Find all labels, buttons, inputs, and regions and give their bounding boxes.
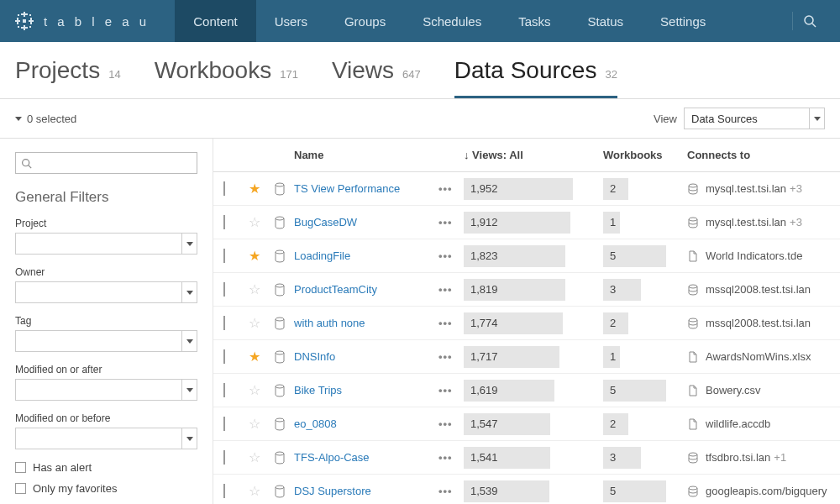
- filter-check-has-an-alert[interactable]: Has an alert: [15, 461, 197, 474]
- datasource-link[interactable]: TS View Performance: [294, 182, 400, 195]
- filters-heading: General Filters: [15, 189, 197, 206]
- topnav-status[interactable]: Status: [570, 0, 643, 42]
- logo[interactable]: t a b l e a u: [13, 10, 150, 32]
- row-checkbox[interactable]: [223, 181, 225, 196]
- col-connects[interactable]: Connects to: [687, 149, 830, 161]
- filter-modified-on-or-before[interactable]: [15, 428, 197, 449]
- datasource-link[interactable]: Bike Trips: [294, 384, 342, 396]
- favorite-star[interactable]: ★: [249, 349, 260, 364]
- col-workbooks[interactable]: Workbooks: [603, 149, 687, 161]
- favorite-star[interactable]: ★: [249, 249, 260, 263]
- file-icon: [687, 250, 699, 262]
- favorite-star[interactable]: ☆: [249, 417, 260, 431]
- tab-views[interactable]: Views647: [332, 57, 421, 98]
- database-icon: [687, 284, 699, 296]
- top-nav: t a b l e a u ContentUsersGroupsSchedule…: [0, 0, 840, 42]
- tab-projects[interactable]: Projects14: [15, 57, 121, 98]
- datasource-link[interactable]: ProductTeamCity: [294, 283, 377, 296]
- filter-modified-on-or-after[interactable]: [15, 379, 197, 401]
- datasource-type-icon: [274, 317, 294, 330]
- row-actions-menu[interactable]: •••: [438, 216, 453, 228]
- toolbar: 0 selected View Data Sources: [0, 99, 840, 139]
- favorite-star[interactable]: ☆: [249, 450, 260, 465]
- connection-text: wildlife.accdb: [706, 417, 770, 430]
- row-checkbox[interactable]: [223, 316, 225, 330]
- table-row: ★DNSInfo•••1,7171AwardsNomWins.xlsx: [213, 340, 840, 374]
- connection-text: mysql.test.tsi.lan: [706, 182, 786, 195]
- row-actions-menu[interactable]: •••: [438, 417, 453, 430]
- datasource-link[interactable]: BugCaseDW: [294, 216, 357, 228]
- favorite-star[interactable]: ☆: [249, 383, 260, 397]
- row-checkbox[interactable]: [223, 450, 225, 465]
- row-checkbox[interactable]: [223, 349, 225, 364]
- sidebar-search-input[interactable]: [15, 152, 197, 174]
- favorite-star[interactable]: ★: [249, 181, 260, 196]
- tab-workbooks[interactable]: Workbooks171: [155, 57, 298, 98]
- global-search-button[interactable]: [792, 12, 827, 30]
- svg-point-23: [689, 285, 697, 288]
- datasource-link[interactable]: eo_0808: [294, 417, 337, 430]
- favorite-star[interactable]: ☆: [249, 282, 260, 297]
- svg-point-18: [689, 184, 697, 187]
- caret-down-icon: [186, 339, 193, 344]
- row-actions-menu[interactable]: •••: [438, 249, 453, 262]
- row-actions-menu[interactable]: •••: [438, 451, 453, 464]
- filter-project[interactable]: [15, 233, 197, 255]
- connection-icon: [687, 183, 699, 195]
- filter-tag[interactable]: [15, 330, 197, 352]
- datasource-icon: [274, 384, 286, 397]
- row-actions-menu[interactable]: •••: [438, 350, 453, 363]
- topnav-users[interactable]: Users: [256, 0, 326, 42]
- row-actions-menu[interactable]: •••: [438, 485, 453, 497]
- row-actions-menu[interactable]: •••: [438, 317, 453, 329]
- datasource-type-icon: [274, 485, 294, 498]
- tab-data-sources[interactable]: Data Sources32: [454, 57, 617, 98]
- selection-dropdown[interactable]: 0 selected: [15, 113, 76, 125]
- datasource-icon: [274, 249, 286, 263]
- svg-rect-9: [18, 14, 19, 16]
- caret-down-icon: [186, 388, 193, 392]
- favorite-star[interactable]: ☆: [249, 316, 260, 330]
- row-checkbox[interactable]: [223, 282, 225, 297]
- tab-count: 171: [280, 68, 298, 81]
- col-views[interactable]: ↓ Views: All: [464, 149, 603, 161]
- workbooks-bar: 2: [603, 178, 628, 200]
- row-actions-menu[interactable]: •••: [438, 384, 453, 396]
- caret-down-icon: [814, 117, 821, 121]
- row-checkbox[interactable]: [223, 249, 225, 263]
- filter-check-only-my-favorites[interactable]: Only my favorites: [15, 482, 197, 495]
- connection-text: mssql2008.test.tsi.lan: [706, 317, 811, 329]
- views-bar: 1,952: [464, 178, 573, 200]
- datasource-link[interactable]: TFS-Alpo-Case: [294, 451, 370, 464]
- favorite-star[interactable]: ☆: [249, 215, 260, 229]
- topnav-schedules[interactable]: Schedules: [404, 0, 500, 42]
- row-actions-menu[interactable]: •••: [438, 182, 453, 195]
- datasource-link[interactable]: DNSInfo: [294, 350, 335, 363]
- col-name[interactable]: Name: [294, 149, 438, 161]
- filter-owner[interactable]: [15, 281, 197, 303]
- datasource-link[interactable]: with auth none: [294, 317, 365, 329]
- database-icon: [687, 452, 699, 464]
- table-row: ☆eo_0808•••1,5472wildlife.accdb: [213, 407, 840, 441]
- topnav-content[interactable]: Content: [175, 0, 256, 42]
- file-icon: [687, 351, 699, 363]
- svg-line-14: [812, 24, 816, 27]
- row-actions-menu[interactable]: •••: [438, 283, 453, 296]
- row-checkbox[interactable]: [223, 484, 225, 498]
- database-icon: [687, 318, 699, 329]
- favorite-star[interactable]: ☆: [249, 484, 260, 498]
- connection-text: mssql2008.test.tsi.lan: [706, 283, 811, 296]
- row-checkbox[interactable]: [223, 417, 225, 431]
- topnav-groups[interactable]: Groups: [326, 0, 404, 42]
- row-checkbox[interactable]: [223, 383, 225, 397]
- datasource-link[interactable]: DSJ Superstore: [294, 485, 371, 497]
- connection-text: World Indicators.tde: [706, 249, 802, 262]
- view-select[interactable]: Data Sources: [684, 108, 810, 129]
- svg-point-32: [689, 486, 697, 490]
- topnav-settings[interactable]: Settings: [642, 0, 724, 42]
- datasource-link[interactable]: LoadingFile: [294, 249, 350, 262]
- topnav-tasks[interactable]: Tasks: [500, 0, 569, 42]
- views-bar: 1,819: [464, 279, 565, 301]
- row-checkbox[interactable]: [223, 215, 225, 229]
- view-select-caret[interactable]: [810, 108, 825, 129]
